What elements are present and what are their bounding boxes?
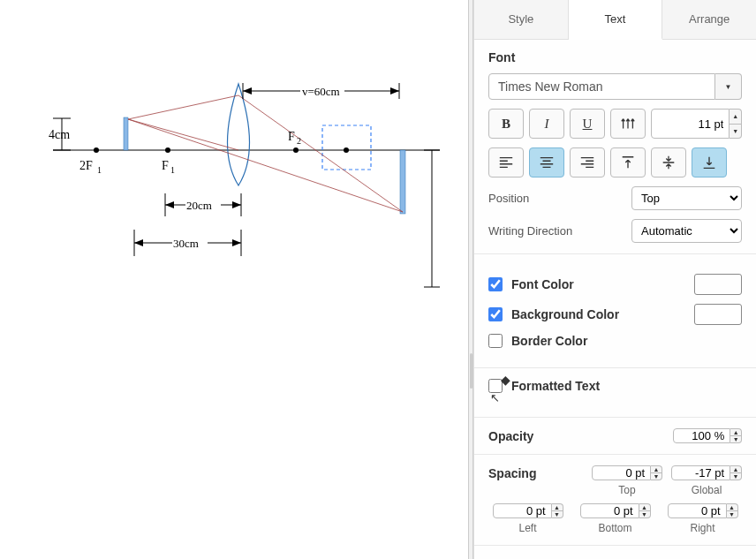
- opacity-input[interactable]: [673, 428, 730, 443]
- mouse-cursor: ◆: [501, 373, 510, 387]
- svg-point-11: [165, 147, 170, 153]
- chevron-down-icon: ▼: [725, 83, 732, 91]
- valign-top-icon: [620, 155, 636, 170]
- svg-text:2: 2: [297, 136, 301, 146]
- formatted-text-label: Formatted Text: [511, 379, 742, 393]
- svg-marker-30: [165, 201, 174, 208]
- svg-marker-23: [243, 87, 252, 94]
- valign-bottom-icon: [701, 155, 717, 170]
- format-panel: Style Text Arrange Font Times New Roman …: [473, 0, 756, 559]
- writing-direction-select[interactable]: Automatic: [631, 219, 742, 243]
- spacing-left-sub: Left: [518, 522, 536, 534]
- spacing-label: Spacing: [488, 466, 583, 480]
- svg-text:v=60cm: v=60cm: [302, 85, 340, 98]
- valign-middle-button[interactable]: [651, 147, 686, 178]
- svg-marker-31: [232, 201, 241, 208]
- position-select[interactable]: Top: [631, 186, 742, 210]
- bg-color-label: Background Color: [511, 307, 685, 321]
- font-color-label: Font Color: [511, 277, 685, 291]
- align-left-icon: [498, 155, 514, 170]
- svg-text:2F: 2F: [79, 159, 93, 172]
- canvas[interactable]: 4cm 2F1 F1 F2 v=60cm: [0, 0, 468, 559]
- selection-box[interactable]: [322, 125, 371, 170]
- font-family-select[interactable]: Times New Roman: [488, 73, 715, 100]
- svg-line-7: [238, 95, 403, 212]
- font-family-dropdown[interactable]: ▼: [715, 73, 742, 100]
- spacing-bottom-input[interactable]: [580, 503, 639, 518]
- border-color-label: Border Color: [511, 334, 742, 348]
- tab-text[interactable]: Text: [569, 0, 663, 40]
- svg-point-13: [344, 147, 349, 153]
- svg-line-6: [128, 95, 238, 119]
- vertical-text-icon: [620, 116, 636, 132]
- opacity-label: Opacity: [488, 429, 673, 443]
- font-size-up[interactable]: ▲: [730, 109, 742, 124]
- svg-line-9: [128, 119, 238, 150]
- font-color-swatch[interactable]: [694, 274, 742, 295]
- svg-rect-1: [124, 117, 128, 150]
- italic-button[interactable]: I: [529, 109, 564, 139]
- svg-text:30cm: 30cm: [173, 237, 199, 250]
- panel-resize-handle[interactable]: [468, 0, 473, 559]
- position-label: Position: [488, 192, 624, 205]
- align-center-button[interactable]: [529, 147, 564, 178]
- bg-color-swatch[interactable]: [694, 304, 742, 325]
- panel-tabs: Style Text Arrange: [474, 0, 756, 40]
- writing-direction-label: Writing Direction: [488, 224, 624, 238]
- font-size-input[interactable]: [651, 109, 730, 139]
- font-heading: Font: [488, 50, 742, 64]
- align-center-icon: [539, 155, 555, 170]
- spacing-bottom-sub: Bottom: [598, 522, 631, 534]
- underline-button[interactable]: U: [570, 109, 605, 139]
- svg-text:1: 1: [170, 165, 175, 175]
- bg-color-checkbox[interactable]: [488, 307, 503, 321]
- svg-text:F: F: [162, 159, 169, 172]
- opacity-down[interactable]: ▼: [730, 435, 742, 443]
- spacing-right-sub: Right: [690, 522, 714, 534]
- valign-bottom-button[interactable]: [692, 147, 727, 178]
- svg-marker-24: [390, 87, 399, 94]
- tab-style[interactable]: Style: [474, 0, 569, 39]
- optics-diagram: 4cm 2F1 F1 F2 v=60cm: [0, 0, 468, 559]
- spacing-left-input[interactable]: [493, 503, 552, 518]
- valign-middle-icon: [661, 155, 677, 170]
- svg-point-10: [94, 147, 99, 153]
- svg-marker-37: [134, 239, 143, 246]
- svg-rect-2: [400, 150, 405, 214]
- spacing-global-sub: Global: [671, 484, 742, 496]
- valign-top-button[interactable]: [610, 147, 646, 178]
- label-4cm: 4cm: [49, 128, 70, 141]
- spacing-global-input[interactable]: [671, 465, 730, 480]
- svg-text:20cm: 20cm: [186, 199, 212, 212]
- tab-arrange[interactable]: Arrange: [662, 0, 756, 39]
- align-left-button[interactable]: [488, 147, 524, 178]
- svg-marker-38: [232, 239, 241, 246]
- opacity-up[interactable]: ▲: [730, 428, 742, 435]
- spacing-top-sub: Top: [592, 484, 662, 496]
- font-color-checkbox[interactable]: [488, 277, 503, 291]
- bold-button[interactable]: B: [488, 109, 524, 139]
- border-color-checkbox[interactable]: [488, 334, 503, 348]
- font-size-down[interactable]: ▼: [730, 124, 742, 140]
- svg-text:F: F: [288, 130, 295, 143]
- spacing-right-input[interactable]: [668, 503, 727, 518]
- spacing-top-input[interactable]: [592, 465, 651, 480]
- vertical-text-button[interactable]: [610, 109, 646, 139]
- svg-text:1: 1: [97, 165, 102, 175]
- align-right-icon: [579, 155, 595, 170]
- cursor-arrow-icon: ↖: [490, 391, 500, 404]
- align-right-button[interactable]: [570, 147, 605, 178]
- font-size-stepper[interactable]: ▲▼: [730, 109, 742, 139]
- svg-line-8: [128, 119, 403, 212]
- svg-point-12: [293, 147, 299, 153]
